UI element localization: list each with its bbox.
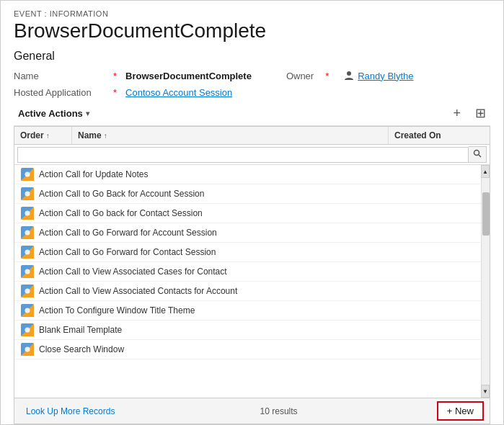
table-row[interactable]: Action Call to View Associated Contacts … — [14, 282, 490, 301]
svg-point-17 — [25, 250, 30, 255]
row-text: Blank Email Template — [39, 325, 122, 335]
hosted-app-value[interactable]: Contoso Account Session — [125, 87, 232, 98]
page-title: BrowserDocumentComplete — [14, 19, 490, 42]
lookup-more-link[interactable]: Look Up More Records — [20, 405, 120, 418]
add-button[interactable]: + — [448, 104, 465, 122]
new-button[interactable]: + New — [437, 401, 484, 421]
table-row[interactable]: Blank Email Template — [14, 321, 490, 340]
scrollbar — [481, 178, 490, 385]
page-container: EVENT : INFORMATION BrowserDocumentCompl… — [0, 0, 504, 425]
row-text: Action Call for Update Notes — [39, 169, 148, 179]
form-section: Name * BrowserDocumentComplete Owner * R… — [14, 68, 490, 99]
svg-point-14 — [25, 231, 30, 236]
svg-point-1 — [474, 151, 479, 156]
order-sort-icon: ↑ — [46, 132, 50, 140]
table-row[interactable]: Close Search Window — [14, 340, 490, 359]
action-row-icon — [20, 284, 35, 298]
row-text: Close Search Window — [39, 344, 124, 354]
toolbar-right: + ⊞ — [448, 104, 490, 122]
svg-point-8 — [25, 192, 30, 197]
active-actions-label: Active Actions — [18, 108, 83, 119]
row-text: Action To Configure Window Title Theme — [39, 305, 195, 316]
hosted-app-label: Hosted Application — [14, 87, 107, 98]
svg-line-2 — [479, 155, 481, 157]
column-name: Name ↑ — [72, 127, 389, 144]
row-text: Action Call to Go Back for Account Sessi… — [39, 189, 204, 199]
person-icon — [343, 70, 355, 81]
hosted-app-row: Hosted Application * Contoso Account Ses… — [14, 86, 490, 99]
name-sort-icon: ↑ — [104, 132, 107, 140]
action-row-icon — [20, 225, 35, 240]
row-text: Action Call to View Associated Cases for… — [39, 267, 227, 277]
grid-body[interactable]: Action Call for Update NotesAction Call … — [14, 165, 490, 398]
name-required-star: * — [113, 71, 117, 81]
grid-container: Order ↑ Name ↑ Created On Action C — [14, 126, 490, 424]
column-created-on: Created On — [389, 127, 490, 144]
owner-label: Owner — [286, 71, 314, 81]
action-row-icon — [20, 264, 35, 279]
action-row-icon — [20, 323, 35, 337]
scroll-down-button[interactable]: ▼ — [481, 385, 490, 398]
owner-value[interactable]: Randy Blythe — [343, 70, 413, 81]
scroll-up-button[interactable]: ▲ — [481, 165, 490, 178]
svg-point-20 — [25, 269, 30, 274]
owner-required-star: * — [325, 71, 329, 81]
svg-point-11 — [25, 211, 30, 216]
row-text: Action Call to View Associated Contacts … — [39, 286, 237, 296]
results-count: 10 results — [260, 406, 298, 416]
action-row-icon — [20, 342, 35, 357]
owner-section: Owner * Randy Blythe — [286, 70, 414, 81]
grid-rows-container: Action Call for Update NotesAction Call … — [14, 165, 490, 359]
name-row: Name * BrowserDocumentComplete Owner * R… — [14, 68, 490, 83]
active-actions-bar: Active Actions ▾ + ⊞ — [14, 104, 490, 126]
row-text: Action Call to Go Forward for Contact Se… — [39, 247, 216, 257]
row-text: Action Call to Go Forward for Account Se… — [39, 228, 217, 238]
scrollbar-thumb — [482, 192, 490, 236]
svg-point-26 — [25, 308, 30, 313]
table-row[interactable]: Action Call to Go Back for Account Sessi… — [14, 184, 490, 204]
search-icon — [473, 149, 482, 158]
event-label: EVENT : INFORMATION — [14, 9, 490, 18]
active-actions-dropdown[interactable]: Active Actions ▾ — [14, 105, 94, 122]
table-row[interactable]: Action To Configure Window Title Theme — [14, 301, 490, 321]
search-input[interactable] — [17, 147, 469, 163]
grid-view-button[interactable]: ⊞ — [471, 104, 490, 122]
grid-footer: Look Up More Records 10 results + New — [14, 398, 490, 424]
search-button[interactable] — [469, 146, 487, 163]
svg-point-23 — [25, 289, 30, 294]
table-row[interactable]: Action Call to Go back for Contact Sessi… — [14, 204, 490, 223]
action-row-icon — [20, 206, 35, 220]
svg-point-32 — [25, 347, 30, 352]
row-text: Action Call to Go back for Contact Sessi… — [39, 208, 203, 218]
action-row-icon — [20, 187, 35, 201]
action-row-icon — [20, 303, 35, 318]
table-row[interactable]: Action Call to Go Forward for Contact Se… — [14, 243, 490, 262]
table-row[interactable]: Action Call to Go Forward for Account Se… — [14, 223, 490, 243]
table-row[interactable]: Action Call to View Associated Cases for… — [14, 262, 490, 282]
svg-point-5 — [25, 172, 30, 177]
chevron-down-icon: ▾ — [86, 109, 89, 117]
section-general-title: General — [14, 50, 490, 63]
svg-point-0 — [347, 71, 351, 76]
grid-header: Order ↑ Name ↑ Created On — [14, 127, 490, 145]
action-row-icon — [20, 245, 35, 259]
name-value: BrowserDocumentComplete — [125, 71, 252, 81]
action-row-icon — [20, 167, 35, 182]
search-row — [14, 145, 490, 165]
hosted-app-required-star: * — [113, 87, 117, 98]
name-label: Name — [14, 71, 107, 81]
table-row[interactable]: Action Call for Update Notes — [14, 165, 490, 184]
column-order: Order ↑ — [14, 127, 72, 144]
svg-point-29 — [25, 328, 30, 333]
